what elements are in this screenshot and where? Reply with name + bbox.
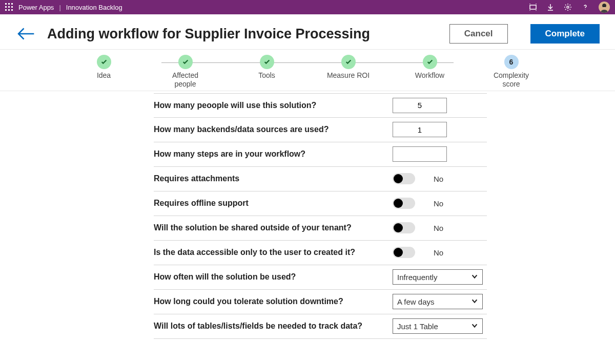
row-shared-outside-tenant: Will the solution be shared outside of y…: [154, 216, 487, 241]
question-label: How long could you tolerate solution dow…: [154, 294, 393, 309]
toggle-value: No: [434, 224, 443, 232]
svg-rect-0: [530, 5, 536, 9]
row-data-private-to-creator: Is the data accessible only to the user …: [154, 241, 487, 265]
step-label: Affected people: [161, 71, 210, 89]
row-tables-needed: Will lots of tables/lists/fields be need…: [154, 314, 487, 339]
external-share-toggle[interactable]: [393, 222, 415, 233]
app-name: Innovation Backlog: [66, 4, 122, 11]
row-downtime-tolerance: How long could you tolerate solution dow…: [154, 290, 487, 314]
gear-icon[interactable]: [564, 3, 572, 11]
avatar[interactable]: [599, 2, 610, 13]
separator: |: [59, 4, 60, 11]
question-label: How many steps are in your workflow?: [154, 146, 393, 162]
svg-point-1: [567, 6, 569, 8]
row-steps-count: How many steps are in your workflow?: [154, 142, 487, 167]
help-icon[interactable]: [581, 3, 589, 11]
question-label: Is the data accessible only to the user …: [154, 245, 393, 260]
step-label: Idea: [79, 71, 128, 80]
toggle-value: No: [434, 248, 443, 257]
steps-count-input[interactable]: [393, 146, 447, 162]
row-backends-count: How many backends/data sources are used?: [154, 118, 487, 142]
question-label: How many backends/data sources are used?: [154, 122, 393, 137]
select-value: Just 1 Table: [397, 322, 438, 331]
complexity-form: How many peoople will use this solution?…: [154, 93, 487, 339]
step-complexity-score[interactable]: 6 Complexity score: [487, 55, 536, 89]
step-tools[interactable]: Tools: [242, 55, 291, 89]
tables-needed-select[interactable]: Just 1 Table: [393, 318, 483, 334]
row-requires-offline: Requires offline support No: [154, 191, 487, 216]
question-label: Requires attachments: [154, 171, 393, 186]
step-measure-roi[interactable]: Measure ROI: [324, 55, 373, 89]
step-affected-people[interactable]: Affected people: [161, 55, 210, 89]
question-label: Will lots of tables/lists/fields be need…: [154, 318, 393, 334]
select-value: A few days: [397, 297, 435, 306]
private-data-toggle[interactable]: [393, 247, 415, 258]
question-label: How many peoople will use this solution?: [154, 98, 393, 113]
attachments-toggle[interactable]: [393, 173, 415, 184]
step-label: Workflow: [405, 71, 454, 80]
users-count-input[interactable]: [393, 98, 447, 113]
question-label: How often will the solution be used?: [154, 269, 393, 285]
question-label: Requires offline support: [154, 196, 393, 211]
cancel-button[interactable]: Cancel: [449, 24, 508, 44]
product-name: Power Apps: [18, 4, 54, 11]
chevron-down-icon: [471, 297, 478, 306]
back-button[interactable]: [15, 24, 36, 44]
step-idea[interactable]: Idea: [79, 55, 128, 89]
downtime-tolerance-select[interactable]: A few days: [393, 294, 483, 309]
question-label: Will the solution be shared outside of y…: [154, 220, 393, 235]
step-label: Complexity score: [487, 71, 536, 89]
chevron-down-icon: [471, 273, 478, 282]
appbar: Power Apps | Innovation Backlog: [0, 0, 615, 14]
toggle-value: No: [434, 175, 443, 183]
chevron-down-icon: [471, 322, 478, 331]
fit-screen-icon[interactable]: [529, 3, 537, 11]
offline-toggle[interactable]: [393, 198, 415, 209]
complete-button[interactable]: Complete: [530, 24, 600, 44]
page-header: Adding workflow for Supplier Invoice Pro…: [0, 14, 615, 49]
backends-count-input[interactable]: [393, 122, 447, 137]
select-value: Infrequently: [397, 273, 437, 282]
download-icon[interactable]: [546, 3, 555, 11]
step-workflow[interactable]: Workflow: [405, 55, 454, 89]
waffle-icon[interactable]: [5, 3, 13, 11]
stepper: Idea Affected people Tools Measure ROI W…: [0, 49, 615, 91]
toggle-value: No: [434, 199, 443, 208]
page-title: Adding workflow for Supplier Invoice Pro…: [47, 26, 438, 42]
row-users-count: How many peoople will use this solution?: [154, 93, 487, 118]
step-label: Measure ROI: [324, 71, 373, 80]
row-requires-attachments: Requires attachments No: [154, 167, 487, 191]
usage-frequency-select[interactable]: Infrequently: [393, 269, 483, 285]
row-usage-frequency: How often will the solution be used? Inf…: [154, 265, 487, 290]
step-number: 6: [504, 55, 519, 69]
step-label: Tools: [242, 71, 291, 80]
